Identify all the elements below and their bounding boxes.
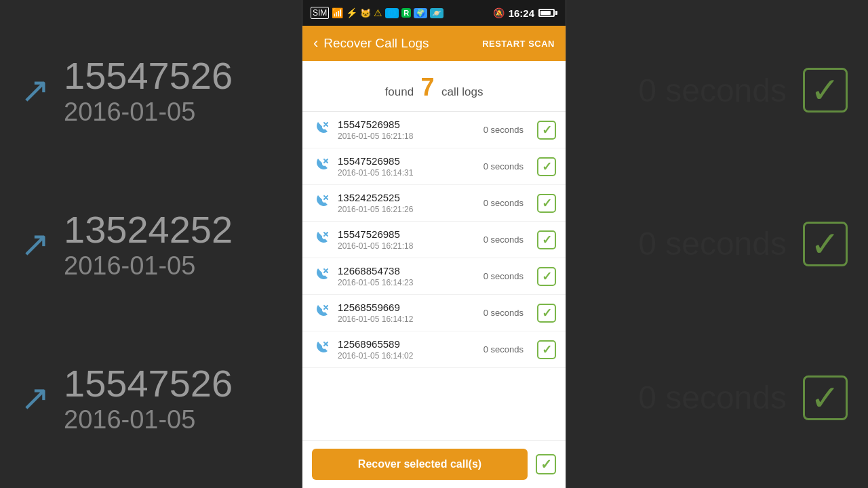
bg-check-1: ✓ [803, 68, 848, 113]
call-type-icon [312, 194, 331, 212]
call-duration: 0 seconds [484, 125, 524, 135]
call-info: 12568965589 2016-01-05 16:14:02 [338, 338, 477, 361]
emoji-icon: 🐱 [360, 8, 371, 18]
bg-date-2: 2016-01-05 [64, 251, 233, 281]
header-title: Recover Call Logs [323, 36, 482, 51]
call-duration: 0 seconds [484, 308, 524, 318]
warning-icon: ⚠ [374, 7, 382, 18]
call-item-checkbox[interactable]: ✓ [537, 121, 556, 140]
phone-overlay: SIM 📶 ⚡ 🐱 ⚠ 🌐 R 🌍 🪐 🔕 16:24 ‹ Recover Ca… [302, 0, 566, 488]
call-duration: 0 seconds [484, 271, 524, 281]
found-suffix: call logs [441, 85, 483, 98]
back-button[interactable]: ‹ [313, 35, 318, 52]
bg-right-row-1: 0 seconds ✓ [587, 68, 848, 113]
battery-icon [538, 9, 557, 17]
found-banner: found 7 call logs [302, 61, 566, 112]
recover-selected-button[interactable]: Recover selected call(s) [312, 449, 528, 480]
call-number: 13524252525 [338, 192, 477, 203]
status-icons-left: SIM 📶 ⚡ 🐱 ⚠ 🌐 R 🌍 🪐 [311, 7, 443, 19]
call-date: 2016-01-05 16:21:18 [338, 131, 477, 141]
call-type-icon [312, 230, 331, 249]
restart-scan-button[interactable]: RESTART SCAN [482, 39, 555, 49]
bg-seconds-1: 0 seconds [638, 72, 787, 109]
check-mark: ✓ [542, 306, 552, 321]
app-header: ‹ Recover Call Logs RESTART SCAN [302, 26, 566, 61]
wifi-icon: 📶 [332, 7, 343, 18]
found-prefix: found [385, 85, 414, 98]
bg-number-2: 13524252 [64, 207, 233, 251]
bg-left: ↗ 15547526 2016-01-05 ↗ 13524252 2016-01… [0, 0, 301, 488]
check-mark: ✓ [542, 196, 552, 211]
bg-number-1: 15547526 [64, 54, 233, 98]
call-log-item[interactable]: 15547526985 2016-01-05 16:21:18 0 second… [302, 222, 566, 258]
call-info: 15547526985 2016-01-05 16:14:31 [338, 155, 477, 178]
call-number: 15547526985 [338, 119, 477, 130]
check-mark: ✓ [542, 123, 552, 138]
bg-row-2: ↗ 13524252 2016-01-05 [20, 207, 281, 281]
bg-check-3: ✓ [803, 375, 848, 420]
call-duration: 0 seconds [484, 344, 524, 354]
call-log-item[interactable]: 15547526985 2016-01-05 16:21:18 0 second… [302, 112, 566, 148]
call-item-checkbox[interactable]: ✓ [537, 267, 556, 286]
check-mark: ✓ [542, 159, 552, 174]
call-item-checkbox[interactable]: ✓ [537, 157, 556, 176]
call-info: 12568559669 2016-01-05 16:14:12 [338, 302, 477, 324]
bg-check-2: ✓ [803, 222, 848, 266]
call-log-item[interactable]: 12668854738 2016-01-05 16:14:23 0 second… [302, 258, 566, 295]
sim-icon: SIM [311, 7, 329, 19]
globe-icon: 🌐 [385, 8, 399, 18]
call-info: 15547526985 2016-01-05 16:21:18 [338, 119, 477, 141]
status-icons-right: 🔕 16:24 [493, 7, 557, 19]
call-date: 2016-01-05 16:21:26 [338, 205, 477, 214]
call-date: 2016-01-05 16:14:31 [338, 168, 477, 178]
bg-date-3: 2016-01-05 [64, 405, 233, 434]
call-log-item[interactable]: 13524252525 2016-01-05 16:21:26 0 second… [302, 185, 566, 222]
mute-icon: 🔕 [493, 7, 505, 18]
call-date: 2016-01-05 16:14:12 [338, 314, 477, 324]
bg-seconds-3: 0 seconds [638, 379, 787, 416]
bg-phone-icon-3: ↗ [20, 378, 50, 418]
bg-right-row-3: 0 seconds ✓ [587, 375, 848, 420]
check-mark: ✓ [542, 269, 552, 284]
bg-row-1: ↗ 15547526 2016-01-05 [20, 54, 281, 127]
call-type-icon [312, 267, 331, 285]
call-info: 12668854738 2016-01-05 16:14:23 [338, 265, 477, 287]
bg-right: 0 seconds ✓ 0 seconds ✓ 0 seconds ✓ [567, 0, 868, 488]
status-bar: SIM 📶 ⚡ 🐱 ⚠ 🌐 R 🌍 🪐 🔕 16:24 [302, 0, 566, 26]
call-item-checkbox[interactable]: ✓ [537, 230, 556, 249]
call-number: 15547526985 [338, 228, 477, 240]
call-info: 13524252525 2016-01-05 16:21:26 [338, 192, 477, 214]
call-log-list: 15547526985 2016-01-05 16:21:18 0 second… [302, 112, 566, 440]
call-date: 2016-01-05 16:21:18 [338, 241, 477, 251]
call-item-checkbox[interactable]: ✓ [537, 194, 556, 213]
call-item-checkbox[interactable]: ✓ [537, 304, 556, 323]
bg-phone-icon-2: ↗ [20, 224, 50, 264]
bg-seconds-2: 0 seconds [638, 225, 787, 262]
call-info: 15547526985 2016-01-05 16:21:18 [338, 228, 477, 251]
call-date: 2016-01-05 16:14:23 [338, 278, 477, 287]
call-duration: 0 seconds [484, 198, 524, 208]
call-date: 2016-01-05 16:14:02 [338, 351, 477, 361]
call-type-icon [312, 157, 331, 176]
call-number: 12568965589 [338, 338, 477, 350]
check-mark: ✓ [542, 342, 552, 357]
call-type-icon [312, 121, 331, 139]
bg-row-3: ↗ 15547526 2016-01-05 [20, 361, 281, 434]
bg-right-row-2: 0 seconds ✓ [587, 222, 848, 266]
call-log-item[interactable]: 15547526985 2016-01-05 16:14:31 0 second… [302, 148, 566, 185]
r-icon: R [401, 8, 411, 18]
check-mark: ✓ [542, 232, 552, 247]
call-type-icon [312, 304, 331, 322]
bluetooth-icon: ⚡ [346, 7, 357, 18]
time-display: 16:24 [509, 7, 534, 19]
call-number: 12568559669 [338, 302, 477, 313]
bottom-select-all-checkbox[interactable]: ✓ [536, 454, 556, 474]
bg-date-1: 2016-01-05 [64, 98, 233, 127]
call-item-checkbox[interactable]: ✓ [537, 340, 556, 359]
earth-icon: 🌍 [414, 8, 427, 18]
bg-phone-icon-1: ↗ [20, 70, 50, 110]
call-duration: 0 seconds [484, 161, 524, 171]
call-log-item[interactable]: 12568965589 2016-01-05 16:14:02 0 second… [302, 331, 566, 368]
call-log-item[interactable]: 12568559669 2016-01-05 16:14:12 0 second… [302, 295, 566, 331]
call-number: 15547526985 [338, 155, 477, 167]
